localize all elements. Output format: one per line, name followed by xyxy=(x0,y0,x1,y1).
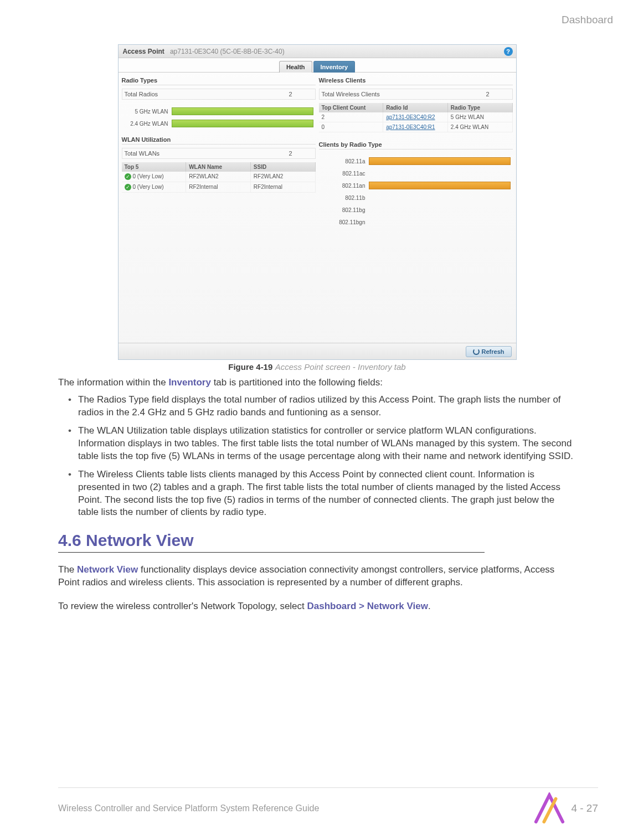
bar-label: 2.4 GHz WLAN xyxy=(124,121,168,127)
cell-count: 0 xyxy=(319,122,384,132)
total-radios-row: Total Radios 2 xyxy=(122,89,316,100)
bar-icon xyxy=(172,107,313,115)
bar-icon xyxy=(369,218,511,226)
section-heading: 4.6 Network View xyxy=(58,531,576,550)
header-section: Dashboard xyxy=(562,14,613,26)
table-row: ✓0 (Very Low) RF2Internal RF2Internal xyxy=(122,182,316,193)
total-radios-value: 2 xyxy=(269,91,313,97)
refresh-button[interactable]: Refresh xyxy=(466,346,512,357)
total-clients-label: Total Wireless Clients xyxy=(322,91,466,97)
cell-score: 0 (Very Low) xyxy=(133,184,164,190)
section-rule xyxy=(58,552,485,553)
refresh-icon xyxy=(473,348,480,355)
footer-text: Wireless Controller and Service Platform… xyxy=(58,803,533,813)
wireless-clients-title: Wireless Clients xyxy=(319,76,513,85)
list-item: The Radios Type field displays the total… xyxy=(68,394,576,419)
cell-name: RF2Internal xyxy=(186,182,251,193)
radio-types-chart: 5 GHz WLAN 2.4 GHz WLAN xyxy=(122,103,316,132)
bar-icon xyxy=(369,206,511,214)
table-row: 2 ap7131-0E3C40:R2 5 GHz WLAN xyxy=(319,112,513,122)
cell-score: 0 (Very Low) xyxy=(133,173,164,179)
bar-icon xyxy=(369,182,511,189)
bar-icon xyxy=(369,157,511,165)
check-icon: ✓ xyxy=(125,173,131,180)
wlan-table: Top 5 WLAN Name SSID ✓0 (Very Low) RF2WL… xyxy=(122,162,316,193)
bar-label: 802.11bg xyxy=(321,207,365,213)
intro-text: The information within the Inventory tab… xyxy=(58,377,576,389)
radio-types-title: Radio Types xyxy=(122,76,316,85)
bar-label: 5 GHz WLAN xyxy=(124,109,168,115)
list-item: The WLAN Utilization table displays util… xyxy=(68,425,576,463)
total-wlans-value: 2 xyxy=(269,150,313,157)
col-radio-id[interactable]: Radio Id xyxy=(383,103,448,112)
total-clients-row: Total Wireless Clients 2 xyxy=(319,89,513,100)
col-wlan-name[interactable]: WLAN Name xyxy=(186,162,251,172)
cell-radio-link[interactable]: ap7131-0E3C40:R1 xyxy=(383,122,448,132)
table-row: 0 ap7131-0E3C40:R1 2.4 GHz WLAN xyxy=(319,122,513,132)
figure-caption: Figure 4-19 Access Point screen - Invent… xyxy=(58,362,576,372)
footer-logo-icon xyxy=(533,792,565,824)
cell-ssid: RF2Internal xyxy=(251,182,316,193)
figure-number: Figure 4-19 xyxy=(228,362,272,372)
bar-icon xyxy=(369,194,511,202)
clients-table: Top Client Count Radio Id Radio Type 2 a… xyxy=(319,103,513,132)
title-label: Access Point xyxy=(123,48,164,55)
tab-bar: Health Inventory xyxy=(119,58,516,73)
paragraph: To review the wireless controller's Netw… xyxy=(58,600,576,613)
bar-icon xyxy=(369,169,511,177)
cell-type: 2.4 GHz WLAN xyxy=(448,122,513,132)
cell-type: 5 GHz WLAN xyxy=(448,112,513,122)
bar-label: 802.11a xyxy=(321,158,365,164)
bar-label: 802.11b xyxy=(321,195,365,201)
table-row: ✓0 (Very Low) RF2WLAN2 RF2WLAN2 xyxy=(122,172,316,182)
clients-by-type-title: Clients by Radio Type xyxy=(319,140,513,150)
tab-health[interactable]: Health xyxy=(279,61,312,73)
figure-text: Access Point screen - Inventory tab xyxy=(275,362,406,372)
screenshot-panel: Access Point ap7131-0E3C40 (5C-0E-8B-0E-… xyxy=(118,44,517,360)
total-radios-label: Total Radios xyxy=(125,91,269,97)
cell-count: 2 xyxy=(319,112,384,122)
tab-inventory[interactable]: Inventory xyxy=(313,61,356,73)
col-ssid[interactable]: SSID xyxy=(251,162,316,172)
col-radio-type[interactable]: Radio Type xyxy=(448,103,513,112)
help-icon[interactable]: ? xyxy=(504,47,513,56)
refresh-label: Refresh xyxy=(482,348,504,355)
cell-name: RF2WLAN2 xyxy=(186,172,251,182)
bar-label: 802.11bgn xyxy=(321,219,365,225)
col-top5[interactable]: Top 5 xyxy=(122,162,187,172)
list-item: The Wireless Clients table lists clients… xyxy=(68,468,576,519)
bar-label: 802.11an xyxy=(321,183,365,189)
wlan-util-title: WLAN Utilization xyxy=(122,135,316,145)
col-top-client[interactable]: Top Client Count xyxy=(319,103,384,112)
cell-ssid: RF2WLAN2 xyxy=(251,172,316,182)
bar-label: 802.11ac xyxy=(321,171,365,177)
clients-by-type-chart: 802.11a 802.11ac 802.11an 802.11b 802.11… xyxy=(319,153,513,230)
total-wlans-row: Total WLANs 2 xyxy=(122,148,316,159)
cell-radio-link[interactable]: ap7131-0E3C40:R2 xyxy=(383,112,448,122)
total-wlans-label: Total WLANs xyxy=(125,150,269,157)
paragraph: The Network View functionality displays … xyxy=(58,564,576,589)
page-number: 4 - 27 xyxy=(571,802,598,815)
page-footer: Wireless Controller and Service Platform… xyxy=(58,787,598,824)
total-clients-value: 2 xyxy=(466,91,510,97)
check-icon: ✓ xyxy=(125,184,131,190)
bullet-list: The Radios Type field displays the total… xyxy=(58,394,576,519)
bar-icon xyxy=(172,120,313,127)
window-titlebar: Access Point ap7131-0E3C40 (5C-0E-8B-0E-… xyxy=(119,45,516,58)
device-name: ap7131-0E3C40 (5C-0E-8B-0E-3C-40) xyxy=(170,48,285,55)
